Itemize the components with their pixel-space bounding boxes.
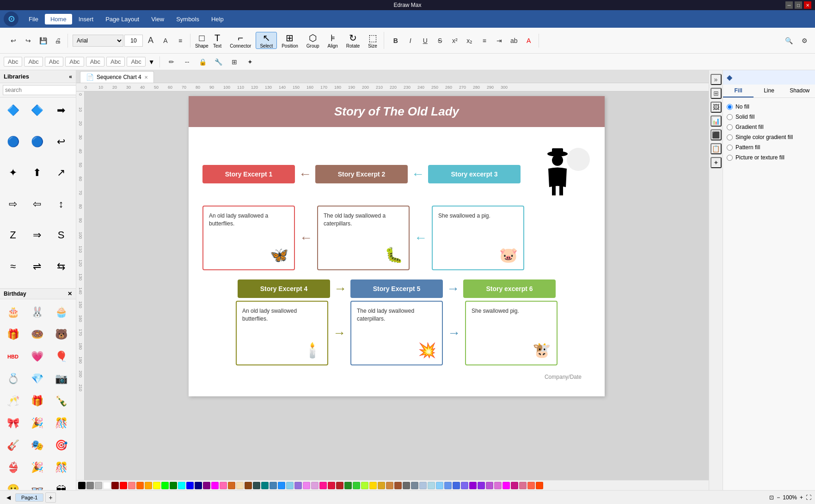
color-swatch[interactable]	[511, 482, 518, 489]
main-canvas[interactable]: Story of The Old Lady Story Excerpt 1 ← …	[85, 91, 709, 480]
font-decrease-btn[interactable]: A	[159, 34, 172, 48]
shape-arrow-14[interactable]: ⇒	[27, 225, 47, 245]
shape-arrow-18[interactable]: ⇆	[51, 256, 71, 277]
bday-icon-21[interactable]: 🎯	[51, 435, 71, 455]
bday-icon-27[interactable]: 🕶	[51, 480, 71, 490]
indent-btn[interactable]: ⇥	[492, 34, 506, 48]
layout-btn[interactable]: ⊞	[227, 55, 241, 69]
color-swatch[interactable]	[128, 482, 135, 489]
minimize-button[interactable]: ─	[785, 1, 793, 9]
color-swatch[interactable]	[170, 482, 177, 489]
bday-icon-23[interactable]: 🎉	[27, 457, 47, 478]
font-color-btn[interactable]: A	[522, 34, 536, 48]
abc-style-7[interactable]: Abc	[127, 57, 145, 67]
redo-btn[interactable]: ↪	[21, 34, 35, 48]
color-swatch[interactable]	[386, 482, 393, 489]
shape-arrow-9[interactable]: ↗	[51, 163, 71, 183]
bday-icon-12[interactable]: 📷	[51, 369, 71, 389]
color-swatch[interactable]	[311, 482, 319, 489]
select-tool[interactable]: ↖ Select	[256, 32, 277, 49]
bday-icon-15[interactable]: 🍾	[51, 391, 71, 411]
zoom-fit-btn[interactable]: ⊡	[769, 494, 774, 501]
bday-icon-5[interactable]: 🍩	[27, 324, 47, 345]
settings-btn[interactable]: ⚙	[797, 34, 811, 48]
shape-arrow-8[interactable]: ⬆	[27, 163, 47, 183]
zoom-out-btn[interactable]: −	[777, 494, 780, 501]
color-swatch[interactable]	[303, 482, 310, 489]
font-increase-btn[interactable]: A	[144, 34, 158, 48]
fullscreen-btn[interactable]: ⛶	[806, 494, 811, 501]
color-swatch[interactable]	[161, 482, 169, 489]
lock-tool[interactable]: 🔒	[196, 55, 210, 69]
maximize-button[interactable]: □	[795, 1, 802, 9]
shadow-tab[interactable]: Shadow	[784, 85, 815, 97]
color-swatch[interactable]	[136, 482, 144, 489]
color-swatch[interactable]	[195, 482, 202, 489]
color-swatch[interactable]	[286, 482, 294, 489]
excerpt4-content[interactable]: An old lady swallowed butterflies. 🕯️	[236, 301, 328, 365]
menu-file[interactable]: File	[23, 14, 44, 24]
undo-btn[interactable]: ↩	[6, 34, 20, 48]
image-panel-btn[interactable]: 🖼	[711, 102, 722, 113]
save-btn[interactable]: 💾	[36, 34, 50, 48]
bday-icon-11[interactable]: 💎	[27, 369, 47, 389]
abc-style-1[interactable]: Abc	[4, 57, 22, 67]
chart-panel-btn[interactable]: 📊	[711, 115, 722, 127]
color-swatch[interactable]	[86, 482, 94, 489]
align-btn[interactable]: ≡	[173, 34, 187, 48]
bday-icon-10[interactable]: 💍	[3, 369, 23, 389]
bday-icon-8[interactable]: 💗	[27, 346, 47, 367]
excerpt6-header[interactable]: Story excerpt 6	[463, 279, 556, 298]
subscript-btn[interactable]: x₂	[463, 34, 477, 48]
color-swatch[interactable]	[145, 482, 152, 489]
pattern-fill-option[interactable]: Pattern fill	[727, 142, 811, 152]
color-swatch[interactable]	[353, 482, 360, 489]
position-tool[interactable]: ⊞ Position	[278, 32, 302, 49]
page-nav-left[interactable]: ◀	[4, 493, 13, 502]
excerpt3-header[interactable]: Story excerpt 3	[428, 165, 521, 183]
excerpt1-header[interactable]: Story Excerpt 1	[202, 165, 295, 183]
color-swatch[interactable]	[186, 482, 194, 489]
excerpt1-content[interactable]: An old lady swallowed a butterflies. 🦋	[202, 206, 295, 270]
shape-arrow-15[interactable]: S	[51, 225, 71, 245]
page-1-tab[interactable]: Page-1	[15, 493, 43, 502]
list-btn[interactable]: ≡	[478, 34, 491, 48]
bday-icon-3[interactable]: 🧁	[51, 302, 71, 322]
picture-fill-option[interactable]: Picture or texture fill	[727, 152, 811, 163]
bday-icon-2[interactable]: 🐰	[27, 302, 47, 322]
color-swatch[interactable]	[203, 482, 210, 489]
gradient-fill-option[interactable]: Gradient fill	[727, 122, 811, 132]
color-swatch[interactable]	[153, 482, 160, 489]
star-panel-btn[interactable]: ✦	[711, 157, 722, 168]
excerpt2-header[interactable]: Story Excerpt 2	[315, 165, 408, 183]
shape-arrow-2[interactable]: 🔷	[27, 100, 47, 121]
abc-style-6[interactable]: Abc	[106, 57, 125, 67]
bday-icon-13[interactable]: 🥂	[3, 391, 23, 411]
color-swatch[interactable]	[336, 482, 343, 489]
color-swatch[interactable]	[220, 482, 227, 489]
sidebar-collapse-btn[interactable]: «	[69, 73, 72, 80]
menu-home[interactable]: Home	[45, 14, 72, 24]
extra-btn[interactable]: ✦	[243, 55, 257, 69]
shapes-panel-btn[interactable]: ⊞	[711, 88, 722, 99]
color-swatch[interactable]	[494, 482, 502, 489]
bday-icon-22[interactable]: 👙	[3, 457, 23, 478]
excerpt5-header[interactable]: Story Excerpt 5	[350, 279, 443, 298]
color-swatch[interactable]	[120, 482, 127, 489]
abc-style-3[interactable]: Abc	[45, 57, 63, 67]
add-page-btn[interactable]: +	[45, 492, 55, 503]
shape-arrow-10[interactable]: ⇨	[3, 194, 23, 214]
table-panel-btn[interactable]: ⬛	[711, 129, 722, 140]
color-swatch[interactable]	[378, 482, 385, 489]
color-swatch[interactable]	[478, 482, 485, 489]
bday-icon-16[interactable]: 🎀	[3, 413, 23, 433]
document-tab[interactable]: 📄 Sequence Chart 4 ✕	[80, 71, 154, 83]
shape-arrow-17[interactable]: ⇌	[27, 256, 47, 277]
color-swatch[interactable]	[394, 482, 402, 489]
bday-icon-9[interactable]: 🎈	[51, 346, 71, 367]
color-swatch[interactable]	[428, 482, 435, 489]
shape-tool[interactable]: □ Shape	[195, 33, 208, 49]
color-swatch[interactable]	[344, 482, 352, 489]
shape-arrow-6[interactable]: ↩	[51, 132, 71, 152]
shape-arrow-3[interactable]: ➡	[51, 100, 71, 121]
